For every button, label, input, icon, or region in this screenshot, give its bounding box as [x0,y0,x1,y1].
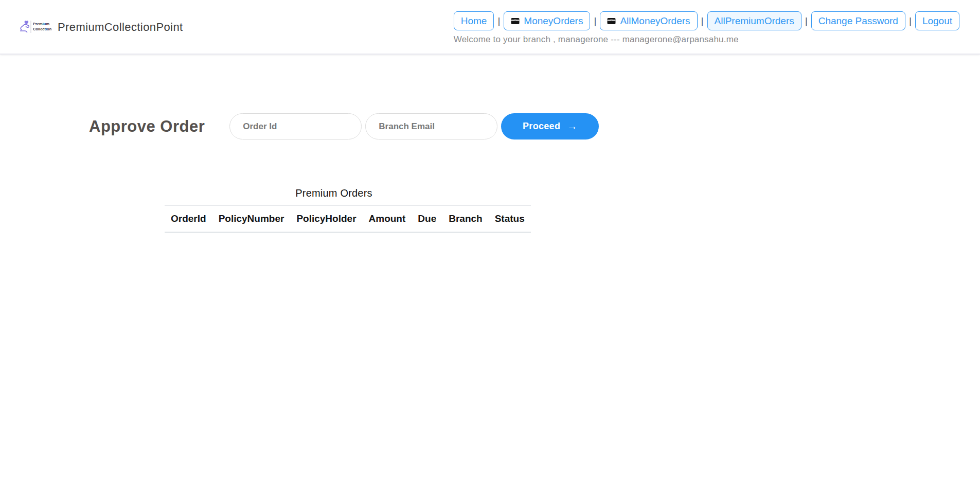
nav-home-button[interactable]: Home [454,11,494,30]
premium-orders-section: Premium Orders OrderId PolicyNumber Poli… [165,187,503,233]
premium-orders-table: OrderId PolicyNumber PolicyHolder Amount… [165,205,531,233]
nav-allmoneyorders-button[interactable]: AllMoneyOrders [600,11,697,30]
nav-separator: | [701,15,704,27]
svg-text:Collection Point: Collection Point [33,27,51,31]
premium-collection-point-logo-icon: Premium Collection Point [19,18,51,37]
header-right: Home | MoneyOrders | AllMoneyOrders [454,0,959,45]
nav-separator: | [497,15,500,27]
approve-order-form: Approve Order Proceed → [89,113,980,140]
order-id-input[interactable] [229,113,362,140]
app-title: PremiumCollectionPoint [58,21,183,34]
brand[interactable]: Premium Collection Point PremiumCollecti… [19,0,183,55]
nav-separator: | [594,15,596,27]
nav-separator: | [909,15,912,27]
column-header-policynumber: PolicyNumber [212,206,291,233]
wallet-icon [511,18,520,25]
nav-moneyorders-button[interactable]: MoneyOrders [504,11,590,30]
column-header-due: Due [412,206,442,233]
premium-orders-title: Premium Orders [165,187,503,199]
column-header-orderid: OrderId [165,206,212,233]
nav-allpremiumorders-button[interactable]: AllPremiumOrders [707,11,801,30]
column-header-branch: Branch [442,206,488,233]
column-header-status: Status [489,206,531,233]
top-navbar: Premium Collection Point PremiumCollecti… [0,0,980,55]
svg-text:Premium: Premium [33,22,49,26]
welcome-message: Welcome to your branch , managerone --- … [454,34,739,45]
wallet-icon [607,18,616,25]
nav-moneyorders-label: MoneyOrders [524,15,583,27]
column-header-amount: Amount [363,206,412,233]
proceed-label: Proceed [523,121,560,132]
nav-logout-button[interactable]: Logout [915,11,959,30]
branch-email-input[interactable] [365,113,497,140]
nav-buttons-row: Home | MoneyOrders | AllMoneyOrders [454,11,959,30]
proceed-button[interactable]: Proceed → [501,113,599,140]
arrow-right-icon: → [567,120,577,132]
table-header-row: OrderId PolicyNumber PolicyHolder Amount… [165,206,531,233]
nav-separator: | [805,15,808,27]
column-header-policyholder: PolicyHolder [290,206,362,233]
approve-order-heading: Approve Order [89,117,205,136]
nav-allmoneyorders-label: AllMoneyOrders [620,15,690,27]
nav-change-password-button[interactable]: Change Password [811,11,905,30]
